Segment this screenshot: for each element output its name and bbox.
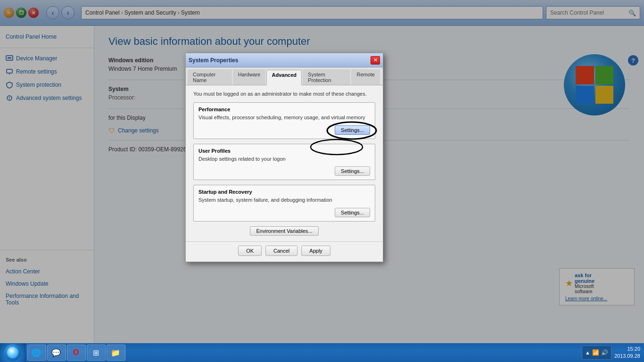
taskbar-app-skype[interactable]: 💬: [47, 345, 66, 361]
start-button[interactable]: [0, 343, 25, 362]
tab-hardware[interactable]: Hardware: [233, 69, 266, 85]
time-display: 15:20: [614, 346, 640, 353]
startup-recovery-btn-row: Settings...: [198, 208, 370, 217]
volume-icon: 🔊: [601, 349, 608, 356]
performance-btn-row: Settings...: [198, 125, 370, 135]
taskbar-app-folder[interactable]: 📁: [107, 345, 125, 361]
network-icon: 📶: [592, 349, 599, 356]
performance-title: Performance: [198, 107, 370, 112]
skype-icon: 💬: [51, 348, 61, 357]
ie-icon: 🌐: [32, 348, 41, 357]
env-btn-row: Environment Variables...: [193, 226, 375, 236]
taskbar-app-opera[interactable]: O: [67, 345, 86, 361]
date-display: 2013.09.28: [614, 353, 640, 360]
start-orb-inner: [7, 347, 18, 358]
system-properties-dialog: System Properties ✕ Computer Name Hardwa…: [185, 53, 383, 262]
desktop-icon: ⊞: [91, 348, 100, 357]
taskbar: 🌐 💬 O ⊞ 📁 ▲ 📶 🔊 15:20 2013.09.28: [0, 343, 644, 362]
dialog-titlebar: System Properties ✕: [186, 53, 383, 67]
dialog-close-button[interactable]: ✕: [371, 56, 380, 65]
startup-recovery-section: Startup and Recovery System startup, sys…: [193, 185, 375, 221]
dialog-overlay: System Properties ✕ Computer Name Hardwa…: [0, 0, 644, 353]
cancel-button[interactable]: Cancel: [265, 246, 297, 256]
tab-remote[interactable]: Remote: [351, 69, 380, 85]
performance-settings-button[interactable]: Settings...: [335, 125, 370, 135]
tab-system-protection[interactable]: System Protection: [303, 69, 350, 85]
dialog-tabs: Computer Name Hardware Advanced System P…: [186, 67, 383, 85]
folder-icon: 📁: [111, 348, 120, 357]
user-profiles-section: User Profiles Desktop settings related t…: [193, 144, 375, 180]
startup-recovery-desc: System startup, system failure, and debu…: [198, 197, 370, 204]
taskbar-app-ie[interactable]: 🌐: [27, 345, 46, 361]
performance-desc: Visual effects, processor scheduling, me…: [198, 114, 370, 121]
tab-advanced[interactable]: Advanced: [266, 70, 302, 85]
user-profiles-title: User Profiles: [198, 148, 370, 154]
taskbar-app-desktop[interactable]: ⊞: [87, 345, 106, 361]
dialog-title: System Properties: [189, 57, 238, 64]
tab-computer-name[interactable]: Computer Name: [188, 69, 232, 85]
startup-recovery-title: Startup and Recovery: [198, 189, 370, 195]
taskbar-right: ▲ 📶 🔊 15:20 2013.09.28: [578, 346, 644, 360]
dialog-content: You must be logged on as an administrato…: [186, 85, 383, 241]
performance-section: Performance Visual effects, processor sc…: [193, 102, 375, 139]
dialog-notice: You must be logged on as an administrato…: [193, 91, 375, 97]
clock[interactable]: 15:20 2013.09.28: [614, 346, 640, 360]
startup-recovery-settings-button[interactable]: Settings...: [335, 208, 370, 217]
tray-arrow-icon[interactable]: ▲: [585, 350, 590, 355]
taskbar-apps: 🌐 💬 O ⊞ 📁: [25, 343, 578, 362]
apply-button[interactable]: Apply: [301, 246, 330, 256]
ok-button[interactable]: OK: [238, 246, 262, 256]
opera-icon: O: [71, 348, 81, 357]
system-tray: ▲ 📶 🔊: [582, 346, 611, 360]
user-profiles-settings-button[interactable]: Settings...: [335, 166, 370, 176]
dialog-footer: OK Cancel Apply: [186, 241, 383, 262]
start-orb: [4, 344, 21, 361]
user-profiles-desc: Desktop settings related to your logon: [198, 156, 370, 163]
user-profiles-btn-row: Settings...: [198, 166, 370, 176]
environment-variables-button[interactable]: Environment Variables...: [250, 226, 318, 236]
